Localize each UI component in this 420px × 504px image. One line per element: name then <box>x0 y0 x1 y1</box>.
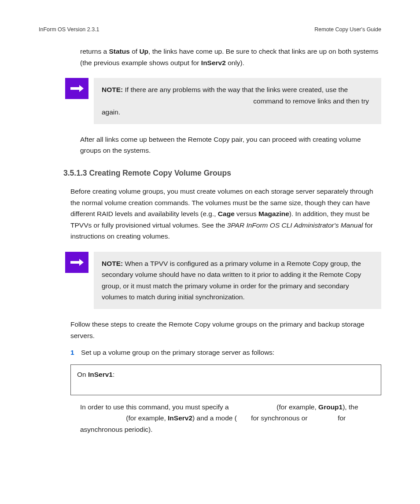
step-number: 1 <box>70 347 81 358</box>
svg-marker-1 <box>79 85 84 92</box>
note-body: NOTE: If there are any problems with the… <box>94 78 381 124</box>
note-arrow-icon <box>65 252 88 273</box>
note-body: NOTE: When a TPVV is configured as a pri… <box>94 252 381 309</box>
svg-marker-3 <box>79 259 84 266</box>
paragraph: In order to use this command, you must s… <box>80 401 381 435</box>
step-1: 1 Set up a volume group on the primary s… <box>70 347 381 358</box>
paragraph-continue: returns a Status of Up, the links have c… <box>80 46 381 68</box>
content-column-2: Before creating volume groups, you must … <box>70 186 381 435</box>
svg-rect-2 <box>70 261 79 264</box>
header-right: Remote Copy User's Guide <box>314 26 381 33</box>
page-header: InForm OS Version 2.3.1 Remote Copy User… <box>39 26 381 33</box>
command-box: On InServ1: <box>70 364 381 395</box>
note-block-1: NOTE: If there are any problems with the… <box>65 78 381 124</box>
content-column: returns a Status of Up, the links have c… <box>70 46 381 156</box>
svg-rect-0 <box>70 87 79 90</box>
paragraph: Follow these steps to create the Remote … <box>70 319 381 341</box>
header-left: InForm OS Version 2.3.1 <box>39 26 99 33</box>
paragraph: After all links come up between the Remo… <box>80 134 381 156</box>
section-heading: 3.5.1.3 Creating Remote Copy Volume Grou… <box>63 169 381 178</box>
note-label: NOTE: <box>102 86 123 93</box>
page: InForm OS Version 2.3.1 Remote Copy User… <box>0 0 420 504</box>
note-block-2: NOTE: When a TPVV is configured as a pri… <box>65 252 381 309</box>
note-label: NOTE: <box>102 260 123 267</box>
note-arrow-icon <box>65 78 88 99</box>
paragraph: Before creating volume groups, you must … <box>70 186 381 242</box>
step-text: Set up a volume group on the primary sto… <box>81 347 274 358</box>
